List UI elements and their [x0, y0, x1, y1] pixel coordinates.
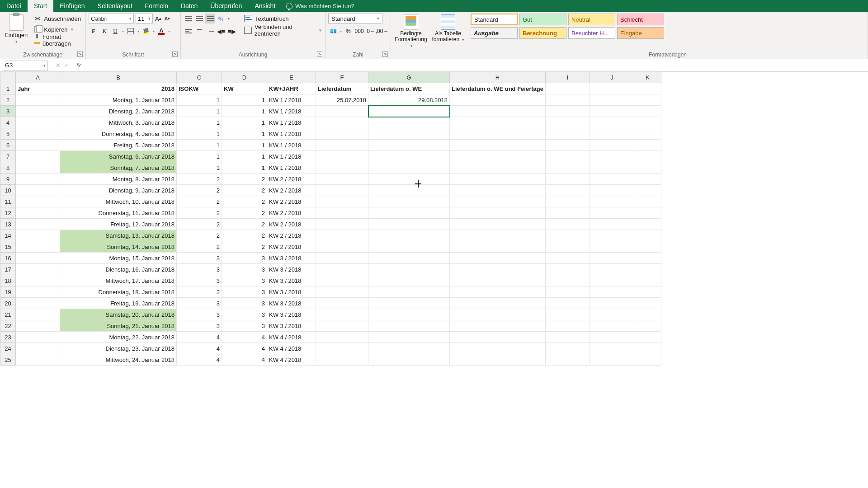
accounting-button[interactable]: 💶	[328, 26, 338, 36]
cell-J14[interactable]	[590, 230, 634, 241]
cell-F17[interactable]	[316, 264, 368, 275]
cell-J20[interactable]	[590, 298, 634, 309]
cell-H9[interactable]	[450, 174, 546, 185]
cell-H16[interactable]	[450, 253, 546, 264]
tab-datei[interactable]: Datei	[0, 0, 28, 12]
cell-E21[interactable]: KW 3 / 2018	[267, 309, 316, 320]
row-header-1[interactable]: 1	[0, 83, 16, 94]
col-header-B[interactable]: B	[60, 72, 177, 83]
cell-F10[interactable]	[316, 185, 368, 196]
cell-G2[interactable]: 29.08.2018	[368, 94, 450, 106]
cell-J4[interactable]	[590, 117, 634, 128]
cell-C20[interactable]: 3	[177, 298, 222, 309]
cell-C22[interactable]: 3	[177, 320, 222, 332]
cell-G22[interactable]	[368, 320, 450, 332]
underline-button[interactable]: U	[110, 26, 120, 36]
cell-H7[interactable]	[450, 151, 546, 162]
cell-D12[interactable]: 2	[222, 207, 267, 219]
cell-H17[interactable]	[450, 264, 546, 275]
cell-I6[interactable]	[545, 140, 590, 151]
cell-E25[interactable]: KW 4 / 2018	[267, 354, 316, 366]
col-header-C[interactable]: C	[177, 72, 222, 83]
cell-J18[interactable]	[590, 275, 634, 286]
cell-G16[interactable]	[368, 253, 450, 264]
cell-A9[interactable]	[16, 174, 60, 185]
cell-E17[interactable]: KW 3 / 2018	[267, 264, 316, 275]
cell-K24[interactable]	[634, 343, 661, 354]
launcher-icon[interactable]: ⬊	[317, 52, 322, 57]
cell-C3[interactable]: 1	[177, 106, 222, 117]
cell-B4[interactable]: Mittwoch, 3. Januar 2018	[60, 117, 177, 128]
tab-überprüfen[interactable]: Überprüfen	[204, 0, 248, 12]
percent-button[interactable]: %	[343, 26, 353, 36]
cell-H24[interactable]	[450, 343, 546, 354]
font-size-select[interactable]: 11▾	[136, 14, 153, 23]
cell-I22[interactable]	[545, 320, 590, 332]
cell-F16[interactable]	[316, 253, 368, 264]
row-header-6[interactable]: 6	[0, 140, 16, 151]
cell-D13[interactable]: 2	[222, 219, 267, 230]
merge-center-button[interactable]: Verbinden und zentrieren▾	[243, 25, 322, 35]
cell-G12[interactable]	[368, 207, 450, 219]
cell-E22[interactable]: KW 3 / 2018	[267, 320, 316, 332]
cell-I7[interactable]	[545, 151, 590, 162]
font-color-button[interactable]: A	[156, 26, 166, 36]
cell-E9[interactable]: KW 2 / 2018	[267, 174, 316, 185]
cell-J21[interactable]	[590, 309, 634, 320]
cell-J12[interactable]	[590, 207, 634, 219]
launcher-icon[interactable]: ⬊	[172, 52, 178, 57]
tab-ansicht[interactable]: Ansicht	[248, 0, 282, 12]
cell-D19[interactable]: 3	[222, 286, 267, 298]
cell-J7[interactable]	[590, 151, 634, 162]
cell-C15[interactable]: 2	[177, 241, 222, 253]
cell-D21[interactable]: 3	[222, 309, 267, 320]
cell-J5[interactable]	[590, 128, 634, 140]
cell-F15[interactable]	[316, 241, 368, 253]
cell-J9[interactable]	[590, 174, 634, 185]
cell-F5[interactable]	[316, 128, 368, 140]
row-header-19[interactable]: 19	[0, 286, 16, 298]
cell-J2[interactable]	[590, 94, 634, 106]
cell-F4[interactable]	[316, 117, 368, 128]
cell-G15[interactable]	[368, 241, 450, 253]
cell-A20[interactable]	[16, 298, 60, 309]
row-header-25[interactable]: 25	[0, 354, 16, 366]
cell-E23[interactable]: KW 4 / 2018	[267, 332, 316, 343]
cell-C10[interactable]: 2	[177, 185, 222, 196]
cell-A5[interactable]	[16, 128, 60, 140]
cell-F25[interactable]	[316, 354, 368, 366]
col-header-F[interactable]: F	[316, 72, 368, 83]
cell-I17[interactable]	[545, 264, 590, 275]
cell-A24[interactable]	[16, 343, 60, 354]
cell-I4[interactable]	[545, 117, 590, 128]
row-header-2[interactable]: 2	[0, 94, 16, 106]
cell-B7[interactable]: Samstag, 6. Januar 2018	[60, 151, 177, 162]
cell-K6[interactable]	[634, 140, 661, 151]
formula-input[interactable]	[84, 61, 868, 70]
cell-E10[interactable]: KW 2 / 2018	[267, 185, 316, 196]
cell-C5[interactable]: 1	[177, 128, 222, 140]
cell-K9[interactable]	[634, 174, 661, 185]
cell-K20[interactable]	[634, 298, 661, 309]
cell-J13[interactable]	[590, 219, 634, 230]
increase-decimal-button[interactable]: ,0←	[365, 26, 375, 36]
cell-C13[interactable]: 2	[177, 219, 222, 230]
cell-J22[interactable]	[590, 320, 634, 332]
cell-E12[interactable]: KW 2 / 2018	[267, 207, 316, 219]
cell-K10[interactable]	[634, 185, 661, 196]
cell-A8[interactable]	[16, 162, 60, 174]
col-header-A[interactable]: A	[16, 72, 60, 83]
cell-D16[interactable]: 3	[222, 253, 267, 264]
cell-A21[interactable]	[16, 309, 60, 320]
cell-K16[interactable]	[634, 253, 661, 264]
cell-G6[interactable]	[368, 140, 450, 151]
cell-A7[interactable]	[16, 151, 60, 162]
cell-G21[interactable]	[368, 309, 450, 320]
cell-I11[interactable]	[545, 196, 590, 207]
cell-G17[interactable]	[368, 264, 450, 275]
align-bottom-button[interactable]	[205, 14, 215, 23]
col-header-G[interactable]: G	[368, 72, 450, 83]
tell-me[interactable]: Was möchten Sie tun?	[286, 0, 354, 12]
cell-B22[interactable]: Sonntag, 21. Januar 2018	[60, 320, 177, 332]
row-header-12[interactable]: 12	[0, 207, 16, 219]
